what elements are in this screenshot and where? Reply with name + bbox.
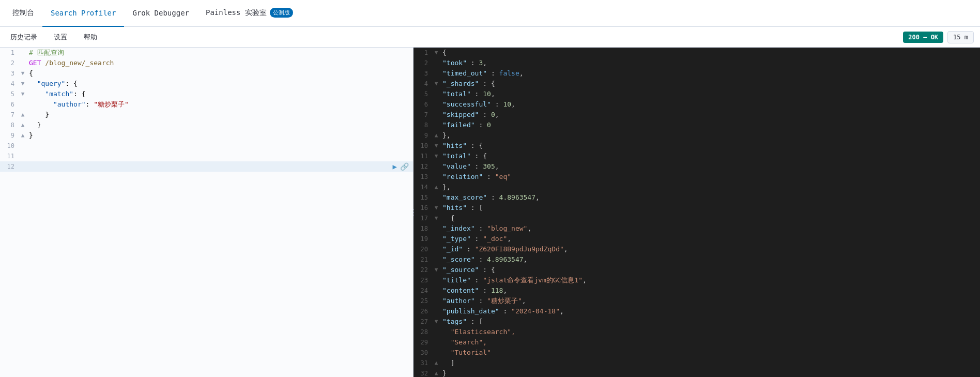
right-line-13: 13"relation" : "eq" [414, 172, 980, 182]
right-line-content-3: "timed_out" : false, [440, 68, 980, 79]
fold-indicator-8[interactable]: ▲ [19, 120, 27, 130]
right-line-number-11: 11 [414, 151, 432, 161]
right-fold-indicator-32[interactable]: ▲ [432, 368, 440, 377]
right-line-content-30: "Tutorial" [440, 348, 980, 358]
right-line-content-21: "_score" : 4.8963547, [440, 254, 980, 265]
right-line-number-32: 32 [414, 368, 432, 377]
right-fold-indicator-1[interactable]: ▼ [432, 48, 440, 58]
right-line-number-24: 24 [414, 285, 432, 296]
line-number-12: 12 [0, 161, 19, 172]
right-line-content-28: "Elasticsearch", [440, 327, 980, 337]
line-content-7: } [27, 110, 413, 120]
settings-button[interactable]: 设置 [50, 31, 71, 44]
right-line-number-6: 6 [414, 99, 432, 110]
line-content-9: } [27, 130, 413, 141]
line-number-11: 11 [0, 151, 19, 161]
right-line-content-2: "took" : 3, [440, 58, 980, 68]
history-button[interactable]: 历史记录 [6, 31, 41, 44]
right-line-6: 6"successful" : 10, [414, 99, 980, 110]
right-line-number-28: 28 [414, 327, 432, 337]
copy-button[interactable]: 🔗 [400, 161, 409, 172]
tab-painless-lab[interactable]: Painless 实验室 公测版 [197, 0, 301, 27]
fold-indicator-9[interactable]: ▲ [19, 130, 27, 141]
right-line-11: 11▼"total" : { [414, 151, 980, 161]
right-line-number-14: 14 [414, 182, 432, 192]
right-line-number-29: 29 [414, 337, 432, 348]
right-line-number-26: 26 [414, 306, 432, 316]
right-line-content-31: ] [440, 358, 980, 368]
right-line-content-15: "max_score" : 4.8963547, [440, 192, 980, 203]
right-line-content-12: "value" : 305, [440, 161, 980, 172]
right-line-29: 29 "Search", [414, 337, 980, 348]
right-line-number-18: 18 [414, 223, 432, 234]
resize-handle[interactable]: ⋮ [411, 48, 415, 377]
left-line-2: 2GET /blog_new/_search [0, 58, 413, 68]
right-line-content-11: "total" : { [440, 151, 980, 161]
tab-search-profiler[interactable]: Search Profiler [42, 0, 124, 27]
left-line-1: 1# 匹配查询 [0, 48, 413, 58]
right-line-15: 15"max_score" : 4.8963547, [414, 192, 980, 203]
right-line-number-3: 3 [414, 68, 432, 79]
tab-console[interactable]: 控制台 [4, 0, 42, 27]
help-button[interactable]: 帮助 [80, 31, 101, 44]
right-fold-indicator-22[interactable]: ▼ [432, 265, 440, 275]
right-line-content-7: "skipped" : 0, [440, 110, 980, 120]
right-line-content-16: "hits" : [ [440, 203, 980, 213]
right-line-content-8: "failed" : 0 [440, 120, 980, 130]
line-number-4: 4 [0, 79, 19, 89]
right-line-number-31: 31 [414, 358, 432, 368]
right-fold-indicator-9[interactable]: ▲ [432, 130, 440, 141]
line-content-3: { [27, 68, 413, 79]
right-line-content-13: "relation" : "eq" [440, 172, 980, 182]
left-code-editor[interactable]: 1# 匹配查询2GET /blog_new/_search3▼{4▼ "quer… [0, 48, 413, 377]
right-line-content-17: { [440, 213, 980, 223]
right-line-number-30: 30 [414, 348, 432, 358]
fold-indicator-5[interactable]: ▼ [19, 89, 27, 99]
left-line-7: 7▲ } [0, 110, 413, 120]
right-line-content-4: "_shards" : { [440, 79, 980, 89]
right-panel[interactable]: 1▼{2"took" : 3,3"timed_out" : false,4▼"_… [414, 48, 980, 377]
right-line-number-10: 10 [414, 141, 432, 151]
fold-indicator-4[interactable]: ▼ [19, 79, 27, 89]
left-line-10: 10 [0, 141, 413, 151]
right-line-23: 23"title" : "jstat命令查看jvm的GC信息1", [414, 275, 980, 285]
right-fold-indicator-17[interactable]: ▼ [432, 213, 440, 223]
left-line-8: 8▲ } [0, 120, 413, 130]
right-line-18: 18"_index" : "blog_new", [414, 223, 980, 234]
right-fold-indicator-10[interactable]: ▼ [432, 141, 440, 151]
run-button[interactable]: ▶ [393, 161, 397, 172]
right-line-content-9: }, [440, 130, 980, 141]
line-content-1: # 匹配查询 [27, 48, 413, 58]
right-line-32: 32▲} [414, 368, 980, 377]
right-line-26: 26"publish_date" : "2024-04-18", [414, 306, 980, 316]
right-line-number-19: 19 [414, 234, 432, 244]
status-badge: 200 – OK [903, 32, 943, 43]
right-fold-indicator-11[interactable]: ▼ [432, 151, 440, 161]
right-line-content-22: "_source" : { [440, 265, 980, 275]
right-line-8: 8"failed" : 0 [414, 120, 980, 130]
action-icons-12: ▶🔗 [393, 161, 413, 172]
right-fold-indicator-31[interactable]: ▲ [432, 358, 440, 368]
right-line-14: 14▲}, [414, 182, 980, 192]
right-line-number-23: 23 [414, 275, 432, 285]
left-line-5: 5▼ "match": { [0, 89, 413, 99]
right-line-4: 4▼"_shards" : { [414, 79, 980, 89]
status-area: 200 – OK 15 m [903, 31, 974, 43]
tab-grok-debugger[interactable]: Grok Debugger [124, 0, 197, 27]
line-number-7: 7 [0, 110, 19, 120]
right-fold-indicator-14[interactable]: ▲ [432, 182, 440, 192]
tab-bar: 控制台 Search Profiler Grok Debugger Painle… [0, 0, 980, 27]
right-fold-indicator-16[interactable]: ▼ [432, 203, 440, 213]
right-line-number-9: 9 [414, 130, 432, 141]
right-line-number-5: 5 [414, 89, 432, 99]
fold-indicator-7[interactable]: ▲ [19, 110, 27, 120]
right-line-content-25: "author" : "糖炒栗子", [440, 296, 980, 306]
right-line-content-14: }, [440, 182, 980, 192]
line-number-2: 2 [0, 58, 19, 68]
right-line-22: 22▼"_source" : { [414, 265, 980, 275]
fold-indicator-3[interactable]: ▼ [19, 68, 27, 79]
right-fold-indicator-27[interactable]: ▼ [432, 316, 440, 327]
right-line-content-6: "successful" : 10, [440, 99, 980, 110]
right-fold-indicator-4[interactable]: ▼ [432, 79, 440, 89]
line-number-3: 3 [0, 68, 19, 79]
